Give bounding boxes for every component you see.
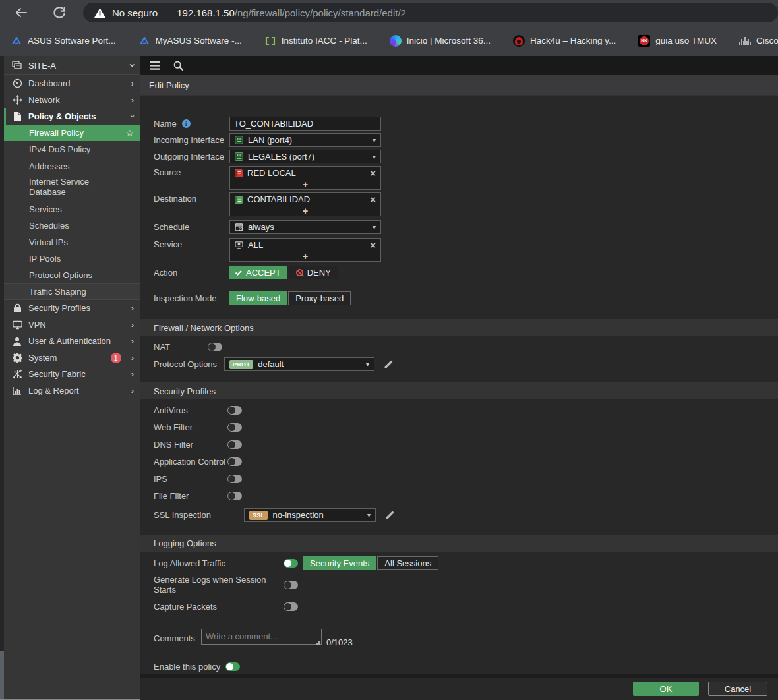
not-secure-warning-icon[interactable] [94, 7, 106, 18]
sidebar-item-security-profiles[interactable]: Security Profiles › [4, 300, 140, 316]
url-text[interactable]: 192.168.1.50/ng/firewall/policy/policy/s… [177, 7, 406, 18]
web-filter-toggle[interactable] [227, 423, 242, 432]
edit-pencil-icon[interactable] [384, 360, 393, 369]
remove-icon[interactable]: × [370, 240, 376, 250]
dns-filter-toggle[interactable] [227, 440, 242, 449]
prot-badge: PROT [229, 360, 253, 369]
service-entry[interactable]: ALL × [230, 239, 380, 251]
sidebar-item-user-authentication[interactable]: User & Authentication › [4, 333, 140, 349]
sidebar-item-protocol-options[interactable]: Protocol Options [4, 267, 140, 283]
favorite-star-icon[interactable]: ☆ [125, 128, 134, 138]
generate-logs-toggle[interactable] [284, 581, 298, 589]
edit-pencil-icon[interactable] [385, 511, 394, 520]
inspection-mode-segmented: Flow-based Proxy-based [229, 291, 351, 305]
sidebar-item-system[interactable]: System 1 › [4, 349, 140, 366]
sidebar-item-dashboard[interactable]: Dashboard › [4, 75, 140, 92]
dns-filter-label: DNS Filter [154, 440, 193, 450]
bookmark-hack4u[interactable]: Hack4u – Hacking y... [513, 35, 616, 47]
nat-toggle[interactable] [208, 343, 222, 351]
sidebar-item-schedules[interactable]: Schedules [4, 218, 140, 234]
service-add-button[interactable]: + [230, 251, 380, 261]
source-box[interactable]: RED LOCAL × + [229, 166, 381, 190]
address-bar[interactable]: No seguro 192.168.1.50/ng/firewall/polic… [83, 3, 778, 22]
bookmark-myasus-software[interactable]: MyASUS Software -... [138, 35, 242, 47]
bookmark-instituto-iacc[interactable]: Instituto IACC - Plat... [264, 35, 367, 47]
action-label: Action [154, 268, 177, 277]
generate-logs-row: Generate Logs when Session Starts [140, 575, 778, 595]
log-allowed-traffic-toggle[interactable] [284, 559, 298, 568]
protocol-options-select[interactable]: PROT default ▾ [224, 357, 374, 371]
file-filter-toggle[interactable] [227, 492, 242, 500]
schedule-select[interactable]: always ▾ [229, 220, 381, 234]
sidebar-item-vpn[interactable]: VPN › [4, 316, 140, 333]
source-row: Source RED LOCAL × + [140, 166, 778, 190]
proxy-based-button[interactable]: Proxy-based [288, 291, 351, 305]
name-input[interactable] [229, 117, 381, 131]
menu-toggle-button[interactable] [150, 61, 160, 70]
bar-chart-icon [12, 386, 22, 395]
sidebar-item-virtual-ips[interactable]: Virtual IPs [4, 234, 140, 250]
bookmark-guia-uso-tmux[interactable]: NK guia uso TMUX [638, 35, 717, 47]
bookmark-cisco[interactable]: Cisco [739, 36, 778, 45]
inspection-mode-label: Inspection Mode [154, 293, 216, 303]
service-box[interactable]: ALL × + [229, 238, 381, 262]
sidebar-item-ip-pools[interactable]: IP Pools [4, 250, 140, 267]
cancel-button[interactable]: Cancel [708, 682, 767, 696]
sidebar-item-addresses[interactable]: Addresses [4, 158, 140, 174]
address-object-icon-red [235, 169, 243, 177]
sidebar-item-traffic-shaping[interactable]: Traffic Shaping [4, 283, 140, 300]
all-sessions-button[interactable]: All Sessions [377, 556, 438, 570]
action-accept-button[interactable]: ACCEPT [229, 266, 287, 279]
vdom-selector[interactable]: SITE-A › [4, 56, 140, 75]
ok-button[interactable]: OK [633, 682, 699, 696]
action-row: Action ACCEPT DENY [140, 266, 778, 279]
remove-icon[interactable]: × [370, 168, 376, 178]
remove-icon[interactable]: × [370, 194, 376, 204]
ssl-inspection-select[interactable]: SSL no-inspection ▾ [244, 508, 376, 522]
back-button[interactable] [13, 5, 29, 20]
sidebar-item-network[interactable]: Network › [4, 92, 140, 108]
bookmark-asus-software-portal[interactable]: ASUS Software Port... [11, 35, 116, 47]
security-events-button[interactable]: Security Events [303, 556, 376, 570]
application-control-toggle[interactable] [227, 457, 242, 466]
sidebar-item-label: Policy & Objects [28, 111, 96, 121]
source-add-button[interactable]: + [230, 179, 380, 189]
search-button[interactable] [173, 61, 183, 71]
enable-policy-toggle[interactable] [225, 662, 240, 671]
dropdown-caret-icon: ▾ [373, 223, 376, 231]
info-icon[interactable]: i [182, 119, 191, 128]
form-footer: OK Cancel [140, 674, 778, 700]
security-events-label: Security Events [310, 558, 369, 568]
destination-add-button[interactable]: + [230, 206, 380, 216]
security-chip-label[interactable]: No seguro [112, 7, 158, 18]
sidebar-item-internet-service-database[interactable]: Internet Service Database [4, 174, 140, 201]
sidebar-item-firewall-policy[interactable]: Firewall Policy ☆ [4, 125, 140, 141]
sidebar-item-policy-objects[interactable]: Policy & Objects › [4, 108, 140, 125]
sidebar-item-services[interactable]: Services [4, 201, 140, 218]
schedule-row: Schedule always ▾ [140, 220, 778, 234]
antivirus-toggle[interactable] [227, 406, 242, 415]
destination-entry[interactable]: CONTABILIDAD × [230, 193, 380, 206]
ips-toggle[interactable] [227, 475, 242, 483]
bookmark-microsoft-365[interactable]: Inicio | Microsoft 36... [390, 35, 491, 47]
outgoing-interface-select[interactable]: LEGALES (port7) ▾ [229, 150, 381, 163]
lock-icon [12, 303, 22, 313]
source-entry[interactable]: RED LOCAL × [230, 167, 380, 179]
action-deny-button[interactable]: DENY [289, 266, 338, 279]
refresh-button[interactable] [51, 5, 67, 20]
capture-packets-toggle[interactable] [284, 602, 298, 611]
sidebar-scrollbar-thumb[interactable] [0, 651, 4, 699]
destination-box[interactable]: CONTABILIDAD × + [229, 192, 381, 216]
sidebar-scrollbar-track [0, 56, 4, 699]
incoming-interface-select[interactable]: LAN (port4) ▾ [229, 133, 381, 147]
url-host: 192.168.1.50 [177, 7, 235, 18]
sidebar-item-log-report[interactable]: Log & Report › [4, 382, 140, 399]
sidebar-item-label: Security Profiles [28, 303, 90, 313]
sidebar-item-security-fabric[interactable]: Security Fabric › [4, 366, 140, 382]
comments-field-wrap [201, 629, 322, 647]
name-row: Name i [140, 117, 778, 131]
comments-textarea[interactable] [201, 629, 322, 645]
flow-based-button[interactable]: Flow-based [229, 291, 287, 305]
web-filter-label: Web Filter [154, 423, 193, 432]
sidebar-item-ipv4-dos-policy[interactable]: IPv4 DoS Policy [4, 141, 140, 158]
